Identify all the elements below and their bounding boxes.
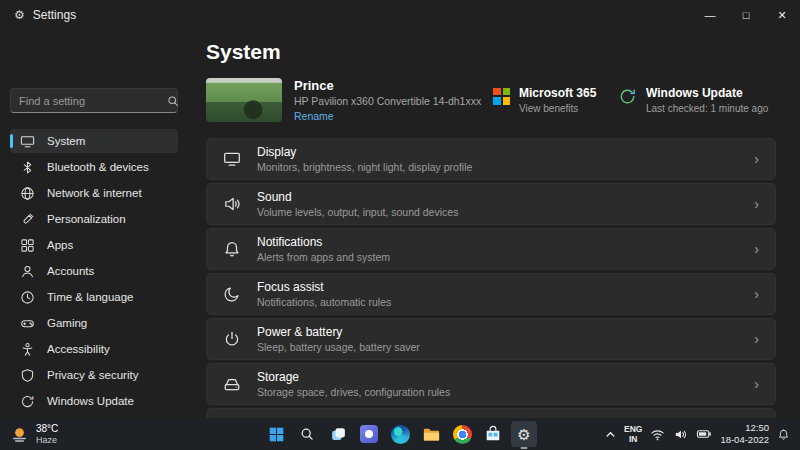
sidebar-item-time-language[interactable]: Time & language: [10, 285, 178, 309]
sidebar-item-label: Gaming: [47, 317, 87, 329]
microsoft-store-icon[interactable]: [480, 421, 506, 447]
apps-grid-icon: [20, 238, 35, 253]
system-tray: ENG IN 12:50 18-04-2022: [605, 422, 794, 447]
settings-row-sound[interactable]: Sound Volume levels, output, input, soun…: [206, 183, 776, 225]
card-label: Notifications: [257, 235, 390, 250]
card-description: Volume levels, output, input, sound devi…: [257, 206, 458, 218]
card-texts: Sound Volume levels, output, input, soun…: [257, 190, 458, 218]
battery-icon[interactable]: [696, 426, 712, 442]
sidebar-item-system[interactable]: System: [10, 129, 178, 153]
card-description: Alerts from apps and system: [257, 251, 390, 263]
sidebar-item-label: Windows Update: [47, 395, 134, 407]
card-texts: Storage Storage space, drives, configura…: [257, 370, 450, 398]
card-label: Sound: [257, 190, 458, 205]
paintbrush-icon: [20, 212, 35, 227]
microsoft-365-card[interactable]: Microsoft 365 View benefits: [493, 86, 618, 115]
chevron-right-icon: ›: [754, 241, 759, 257]
settings-row-focus-assist[interactable]: Focus assist Notifications, automatic ru…: [206, 273, 776, 315]
shield-icon: [20, 368, 35, 383]
clock-icon: [20, 290, 35, 305]
weather-condition: Haze: [36, 435, 58, 445]
card-description: Monitors, brightness, night light, displ…: [257, 161, 472, 173]
device-thumbnail-image: [206, 78, 282, 122]
device-model: HP Pavilion x360 Convertible 14-dh1xxx: [294, 95, 481, 107]
taskbar-center-icons: ⚙: [263, 418, 537, 450]
settings-row-partial[interactable]: [206, 408, 776, 418]
card-label: Storage: [257, 370, 450, 385]
chrome-browser-icon[interactable]: [449, 421, 475, 447]
bell-icon: [223, 240, 241, 258]
card-texts: Display Monitors, brightness, night ligh…: [257, 145, 472, 173]
card-texts: Power & battery Sleep, battery usage, ba…: [257, 325, 420, 353]
sidebar-item-accounts[interactable]: Accounts: [10, 259, 178, 283]
speaker-icon: [223, 195, 241, 213]
sidebar-item-bluetooth-devices[interactable]: Bluetooth & devices: [10, 155, 178, 179]
update-texts: Windows Update Last checked: 1 minute ag…: [646, 86, 768, 115]
card-description: Storage space, drives, configuration rul…: [257, 386, 450, 398]
minimize-button[interactable]: —: [692, 0, 728, 30]
clock-widget[interactable]: 12:50 18-04-2022: [720, 422, 769, 447]
bluetooth-icon: [20, 160, 35, 175]
globe-icon: [20, 186, 35, 201]
settings-row-power-battery[interactable]: Power & battery Sleep, battery usage, ba…: [206, 318, 776, 360]
sidebar-item-windows-update[interactable]: Windows Update: [10, 389, 178, 413]
titlebar: ⚙ Settings — □ ✕: [0, 0, 800, 30]
wifi-icon[interactable]: [650, 427, 665, 442]
update-subtitle: Last checked: 1 minute ago: [646, 103, 768, 114]
card-description: Notifications, automatic rules: [257, 296, 391, 308]
storage-drive-icon: [223, 375, 241, 393]
settings-row-storage[interactable]: Storage Storage space, drives, configura…: [206, 363, 776, 405]
language-region: IN: [629, 434, 638, 444]
window-title: Settings: [33, 8, 76, 22]
search-input[interactable]: [19, 95, 161, 107]
taskbar: 38°C Haze ⚙ ENG IN: [0, 418, 800, 450]
card-label: Focus assist: [257, 280, 391, 295]
sidebar-item-apps[interactable]: Apps: [10, 233, 178, 257]
display-icon: [223, 150, 241, 168]
rename-link[interactable]: Rename: [294, 110, 481, 122]
device-name: Prince: [294, 78, 481, 94]
volume-icon[interactable]: [673, 427, 688, 442]
windows-update-card[interactable]: Windows Update Last checked: 1 minute ag…: [618, 86, 776, 115]
settings-app-icon[interactable]: ⚙: [511, 421, 537, 447]
sidebar-item-label: Privacy & security: [47, 369, 138, 381]
sidebar-item-label: System: [47, 135, 85, 147]
sidebar-item-label: Apps: [47, 239, 73, 251]
settings-row-notifications[interactable]: Notifications Alerts from apps and syste…: [206, 228, 776, 270]
sidebar-item-label: Time & language: [47, 291, 134, 303]
sidebar-item-label: Accessibility: [47, 343, 110, 355]
weather-widget[interactable]: 38°C Haze: [6, 423, 176, 445]
tray-time: 12:50: [745, 422, 769, 434]
sidebar-item-label: Bluetooth & devices: [47, 161, 149, 173]
sidebar: System Bluetooth & devices Network & int…: [0, 30, 188, 418]
sidebar-item-accessibility[interactable]: Accessibility: [10, 337, 178, 361]
page-title: System: [206, 40, 776, 64]
maximize-button[interactable]: □: [728, 0, 764, 30]
m365-title: Microsoft 365: [519, 86, 596, 102]
sidebar-item-personalization[interactable]: Personalization: [10, 207, 178, 231]
notification-bell-icon[interactable]: [777, 428, 790, 441]
device-card: Prince HP Pavilion x360 Convertible 14-d…: [206, 78, 493, 123]
accessibility-person-icon: [20, 342, 35, 357]
sidebar-item-privacy-security[interactable]: Privacy & security: [10, 363, 178, 387]
language-indicator[interactable]: ENG IN: [624, 424, 642, 444]
sidebar-item-gaming[interactable]: Gaming: [10, 311, 178, 335]
settings-app-body: System Bluetooth & devices Network & int…: [0, 30, 800, 418]
settings-row-display[interactable]: Display Monitors, brightness, night ligh…: [206, 138, 776, 180]
edge-browser-icon[interactable]: [387, 421, 413, 447]
chat-teams-icon[interactable]: [356, 421, 382, 447]
close-button[interactable]: ✕: [764, 0, 800, 30]
task-view-icon[interactable]: [325, 421, 351, 447]
m365-subtitle: View benefits: [519, 103, 596, 114]
tray-chevron-up-icon[interactable]: [605, 429, 616, 440]
main-content: System Prince HP Pavilion x360 Convertib…: [188, 30, 800, 418]
search-box[interactable]: [10, 88, 178, 113]
start-button[interactable]: [263, 421, 289, 447]
chevron-right-icon: ›: [754, 196, 759, 212]
taskbar-search-icon[interactable]: [294, 421, 320, 447]
tray-date: 18-04-2022: [720, 434, 769, 446]
game-controller-icon: [20, 316, 35, 331]
sidebar-nav: System Bluetooth & devices Network & int…: [10, 129, 178, 413]
file-explorer-icon[interactable]: [418, 421, 444, 447]
sidebar-item-network-internet[interactable]: Network & internet: [10, 181, 178, 205]
